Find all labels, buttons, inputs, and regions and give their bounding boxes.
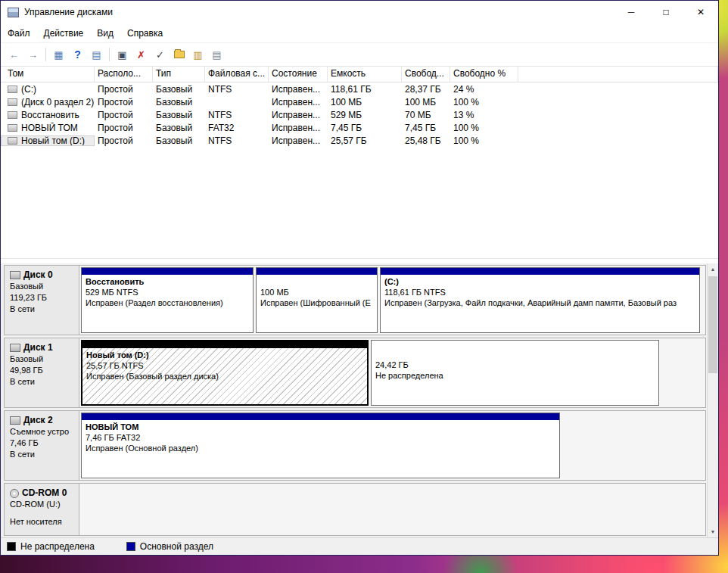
partition-size: 100 МБ bbox=[257, 287, 377, 297]
menu-view[interactable]: Вид bbox=[90, 23, 120, 42]
console-window-button[interactable]: ▣ bbox=[113, 46, 132, 64]
partition-tile-new-volume[interactable]: НОВЫЙ ТОМ 7,46 ГБ FAT32 Исправен (Основн… bbox=[81, 413, 560, 478]
menu-action[interactable]: Действие bbox=[37, 23, 91, 42]
scrollbar-thumb[interactable] bbox=[708, 276, 717, 373]
disk2-header[interactable]: Диск 2 Съемное устро 7,46 ГБ В сети bbox=[4, 410, 79, 481]
column-header-free[interactable]: Свобод... bbox=[402, 67, 450, 82]
column-header-free-pct[interactable]: Свободно % bbox=[450, 67, 518, 82]
legend-label: Не распределена bbox=[20, 541, 95, 552]
disk-row-1: Диск 1 Базовый 49,98 ГБ В сети Новый том… bbox=[4, 338, 706, 408]
volume-free-pct: 100 % bbox=[450, 135, 518, 146]
volume-name: (C:) bbox=[21, 84, 36, 95]
partition-color-band bbox=[82, 413, 559, 420]
partition-status: Исправен (Основной раздел) bbox=[82, 443, 559, 453]
volume-type: Базовый bbox=[153, 135, 205, 146]
maximize-button[interactable]: □ bbox=[649, 1, 683, 23]
volume-row-new-volume-fat32[interactable]: НОВЫЙ ТОМ Простой Базовый FAT32 Исправен… bbox=[1, 121, 718, 134]
column-header-volume[interactable]: Том bbox=[1, 67, 95, 82]
partition-status: Исправен (Загрузка, Файл подкачки, Авари… bbox=[381, 297, 699, 308]
partition-tile-recovery[interactable]: Восстановить 529 МБ NTFS Исправен (Разде… bbox=[81, 267, 254, 333]
toolbar-separator bbox=[45, 48, 46, 61]
console-tree-button[interactable]: ▦ bbox=[49, 46, 68, 64]
column-header-layout[interactable]: Располо... bbox=[95, 67, 153, 82]
volume-fs: NTFS bbox=[205, 110, 269, 120]
help-icon: ? bbox=[74, 48, 81, 61]
forward-icon: → bbox=[28, 49, 38, 61]
minimize-button[interactable]: ─ bbox=[614, 1, 649, 23]
partition-status: Не распределена bbox=[372, 370, 658, 381]
column-header-fs[interactable]: Файловая с... bbox=[205, 67, 269, 82]
disk-name: Диск 0 bbox=[23, 269, 53, 281]
column-header-capacity[interactable]: Емкость bbox=[328, 67, 402, 82]
mark-active-button[interactable]: ✓ bbox=[151, 46, 170, 64]
volume-layout: Простой bbox=[95, 84, 153, 95]
volume-name: НОВЫЙ ТОМ bbox=[21, 123, 78, 133]
disk1-partitions: Новый том (D:) 25,57 ГБ NTFS Исправен (Б… bbox=[79, 338, 706, 408]
delete-volume-button[interactable]: ✗ bbox=[132, 46, 151, 64]
partition-tile-d-selected[interactable]: Новый том (D:) 25,57 ГБ NTFS Исправен (Б… bbox=[81, 340, 369, 406]
forward-button[interactable]: → bbox=[23, 46, 42, 64]
disk-size: 49,98 ГБ bbox=[10, 365, 77, 376]
partition-tile-c[interactable]: (C:) 118,61 ГБ NTFS Исправен (Загрузка, … bbox=[380, 267, 700, 333]
volume-capacity: 25,57 ГБ bbox=[328, 135, 402, 146]
new-volume-button[interactable]: ▥ bbox=[188, 46, 207, 64]
volume-row-c[interactable]: (C:) Простой Базовый NTFS Исправен... 11… bbox=[1, 83, 718, 95]
volume-row-d[interactable]: Новый том (D:) Простой Базовый NTFS Испр… bbox=[1, 134, 718, 147]
scroll-up-button[interactable]: ▲ bbox=[708, 263, 718, 275]
back-button[interactable]: ← bbox=[5, 46, 23, 64]
close-button[interactable]: ✕ bbox=[683, 1, 718, 23]
disk-icon bbox=[10, 416, 20, 425]
volume-fs: NTFS bbox=[205, 84, 269, 95]
partition-tile-unallocated[interactable]: 24,42 ГБ Не распределена bbox=[371, 340, 659, 406]
export-list-icon: ▤ bbox=[92, 49, 101, 61]
cdrom-media-status: Нет носителя bbox=[10, 516, 77, 528]
partition-size: 529 МБ NTFS bbox=[82, 287, 253, 297]
column-header-filler bbox=[518, 67, 718, 82]
disk-row-cdrom: CD-ROM 0 CD-ROM (U:) Нет носителя bbox=[4, 483, 706, 536]
menu-file[interactable]: Файл bbox=[1, 23, 37, 42]
volume-name: Новый том (D:) bbox=[21, 135, 85, 146]
properties-button[interactable]: ▤ bbox=[207, 46, 226, 64]
partition-tile-efi[interactable]: 100 МБ Исправен (Шифрованный (E bbox=[256, 267, 378, 333]
title-bar: Управление дисками ─ □ ✕ bbox=[1, 1, 718, 23]
cdrom-header[interactable]: CD-ROM 0 CD-ROM (U:) Нет носителя bbox=[4, 483, 79, 536]
volume-fs: NTFS bbox=[205, 135, 269, 146]
partition-title: Новый том (D:) bbox=[82, 348, 367, 360]
disk-name: CD-ROM 0 bbox=[22, 487, 67, 499]
partition-color-band bbox=[381, 268, 699, 275]
open-folder-button[interactable] bbox=[170, 46, 188, 64]
disk-type: Базовый bbox=[10, 353, 77, 365]
column-header-status[interactable]: Состояние bbox=[269, 67, 328, 82]
disk1-header[interactable]: Диск 1 Базовый 49,98 ГБ В сети bbox=[4, 338, 79, 408]
help-button[interactable]: ? bbox=[68, 46, 87, 64]
volume-status: Исправен... bbox=[269, 135, 328, 146]
properties-icon: ▤ bbox=[212, 49, 221, 61]
disk-name: Диск 1 bbox=[23, 342, 53, 353]
disk-size: 119,23 ГБ bbox=[10, 292, 77, 304]
disk-type: Съемное устро bbox=[10, 426, 77, 438]
legend-label: Основной раздел bbox=[140, 541, 213, 552]
legend-item-unallocated: Не распределена bbox=[7, 541, 95, 552]
partition-size: 118,61 ГБ NTFS bbox=[381, 287, 699, 297]
volume-capacity: 7,45 ГБ bbox=[328, 123, 402, 133]
toolbar: ← → ▦ ? ▤ ▣ ✗ ✓ ▥ ▤ bbox=[1, 42, 718, 67]
column-header-type[interactable]: Тип bbox=[153, 67, 205, 82]
disk-status: В сети bbox=[10, 304, 77, 315]
export-list-button[interactable]: ▤ bbox=[87, 46, 106, 64]
menu-help[interactable]: Справка bbox=[120, 23, 170, 42]
volume-type: Базовый bbox=[153, 110, 205, 120]
legend-item-primary: Основной раздел bbox=[126, 541, 213, 552]
scroll-down-button[interactable]: ▼ bbox=[708, 526, 718, 537]
disk-status: В сети bbox=[10, 449, 77, 460]
volume-row-disk0-part2[interactable]: (Диск 0 раздел 2) Простой Базовый Исправ… bbox=[1, 95, 718, 108]
vertical-scrollbar[interactable]: ▲ ▼ bbox=[707, 263, 718, 537]
volume-free: 7,45 ГБ bbox=[402, 123, 450, 133]
volume-list: Том Располо... Тип Файловая с... Состоян… bbox=[1, 67, 718, 259]
volume-free-pct: 100 % bbox=[450, 123, 518, 133]
back-icon: ← bbox=[9, 49, 19, 61]
disk0-header[interactable]: Диск 0 Базовый 119,23 ГБ В сети bbox=[4, 265, 79, 335]
disk-management-window: Управление дисками ─ □ ✕ Файл Действие В… bbox=[0, 0, 719, 556]
volume-row-recovery[interactable]: Восстановить Простой Базовый NTFS Исправ… bbox=[1, 108, 718, 121]
volume-icon bbox=[8, 111, 17, 119]
mark-active-icon: ✓ bbox=[156, 49, 164, 61]
